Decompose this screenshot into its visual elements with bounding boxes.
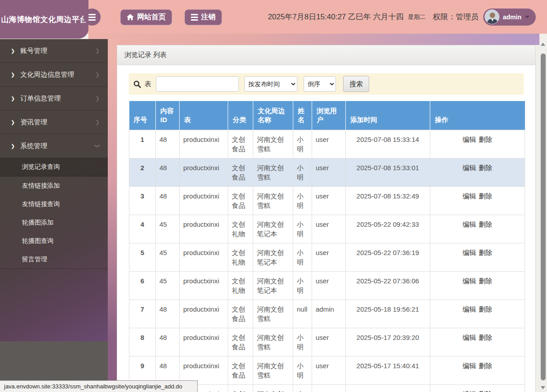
operations-cell: 编辑删除 xyxy=(430,272,525,300)
logout-button[interactable]: 注销 xyxy=(185,9,222,25)
table-cell: 河南文创雪糕 xyxy=(253,357,293,385)
table-cell: 文创食品 xyxy=(228,187,253,215)
table-cell: 小明 xyxy=(293,272,312,300)
table-cell: 文创食品 xyxy=(228,159,253,187)
sidebar-subitem-3[interactable]: 轮播图添加 xyxy=(0,213,108,232)
table-cell: 7 xyxy=(129,300,156,328)
scroll-up-arrow-icon[interactable] xyxy=(541,43,545,46)
column-header: 添加时间 xyxy=(346,101,430,130)
records-table: 序号内容ID表分类文化周边名称姓名浏览用户添加时间操作 148productxi… xyxy=(129,101,525,392)
user-menu[interactable]: admin xyxy=(483,9,536,26)
table-cell: 45 xyxy=(156,215,180,243)
sidebar-subitem-1[interactable]: 友情链接添加 xyxy=(0,176,108,195)
table-cell: user xyxy=(312,357,346,385)
sidebar-item-4[interactable]: ❯系统管理❯ xyxy=(0,134,108,158)
scroll-down-arrow-icon[interactable] xyxy=(541,386,545,389)
chevron-right-icon: ❯ xyxy=(95,48,100,54)
sidebar-item-1[interactable]: ❯文化周边信息管理❯ xyxy=(0,63,108,87)
delete-link[interactable]: 删除 xyxy=(479,334,492,341)
sidebar-item-0[interactable]: ❯账号管理❯ xyxy=(0,39,108,63)
edit-link[interactable]: 编辑 xyxy=(463,164,476,172)
edit-link[interactable]: 编辑 xyxy=(463,305,476,313)
table-cell: productxinxi xyxy=(180,187,228,215)
app-logo: 山海博物馆文化周边平台 xyxy=(0,0,88,39)
chevron-right-icon: ❯ xyxy=(95,95,100,101)
table-cell: user xyxy=(312,215,346,243)
table-cell: user xyxy=(312,385,346,392)
table-cell: user xyxy=(312,187,346,215)
table-cell: 小明 xyxy=(293,357,312,385)
table-cell: 文创礼物 xyxy=(228,272,253,300)
column-header: 文化周边名称 xyxy=(253,101,293,130)
table-cell: 48 xyxy=(156,300,180,328)
search-button[interactable]: 搜索 xyxy=(343,76,369,92)
operations-cell: 编辑删除 xyxy=(430,357,525,385)
sidebar-subitem-5[interactable]: 留言管理 xyxy=(0,250,108,269)
weekday-text: 星期二 xyxy=(408,13,426,21)
table-cell: 3 xyxy=(129,187,156,215)
table-row: 645productxinxi文创礼物河南文创笔记本小明user2025-05-… xyxy=(129,272,525,300)
operations-cell: 编辑删除 xyxy=(430,215,525,243)
delete-link[interactable]: 删除 xyxy=(479,164,492,172)
delete-link[interactable]: 删除 xyxy=(479,136,492,143)
table-cell: null xyxy=(293,300,312,328)
avatar xyxy=(485,9,499,24)
link-preview-statusbar: java.envdown.site:33333/ssm_shanhaibwgsi… xyxy=(0,380,198,392)
delete-link[interactable]: 删除 xyxy=(479,362,492,370)
table-row: 848productxinxi文创食品河南文创雪糕小明user2025-05-1… xyxy=(129,328,525,357)
delete-link[interactable]: 删除 xyxy=(479,192,492,200)
column-header: 姓名 xyxy=(293,101,312,130)
table-cell: productxinxi xyxy=(180,215,228,243)
sidebar-subitem-2[interactable]: 友情链接查询 xyxy=(0,195,108,213)
table-row: 748productxinxi文创食品河南文创雪糕nulladmin2025-0… xyxy=(129,300,525,328)
edit-link[interactable]: 编辑 xyxy=(463,334,476,341)
table-cell: 河南文创雪糕 xyxy=(253,159,293,187)
table-cell: 1 xyxy=(129,130,156,159)
delete-link[interactable]: 删除 xyxy=(479,277,492,285)
table-cell: 2025-05-17 15:40:29 xyxy=(346,385,430,392)
site-home-button[interactable]: 网站首页 xyxy=(120,9,172,25)
page-scrollbar[interactable] xyxy=(539,39,547,392)
sidebar-item-3[interactable]: ❯资讯管理❯ xyxy=(0,110,108,134)
scrollbar-thumb[interactable] xyxy=(541,53,546,380)
table-cell: productxinxi xyxy=(180,328,228,357)
sort-order-select[interactable]: 倒序 xyxy=(304,76,336,92)
delete-link[interactable]: 删除 xyxy=(479,305,492,313)
chevron-right-icon: ❯ xyxy=(11,143,15,149)
edit-link[interactable]: 编辑 xyxy=(463,249,476,256)
sidebar-item-2[interactable]: ❯订单信息管理❯ xyxy=(0,87,108,110)
table-cell: user xyxy=(312,272,346,300)
delete-link[interactable]: 删除 xyxy=(479,220,492,228)
table-cell: 2025-05-17 20:39:20 xyxy=(346,328,430,357)
home-icon xyxy=(127,14,134,21)
table-cell: 河南文创笔记本 xyxy=(253,272,293,300)
edit-link[interactable]: 编辑 xyxy=(463,220,476,228)
magnifier-icon xyxy=(133,80,141,88)
table-cell: productxinxi xyxy=(180,159,228,187)
operations-cell: 编辑删除 xyxy=(430,328,525,357)
sort-field-select[interactable]: 按发布时间 xyxy=(244,76,297,92)
operations-cell: 编辑删除 xyxy=(430,159,525,187)
search-bar: 表 按发布时间 倒序 搜索 xyxy=(129,73,524,95)
search-input[interactable] xyxy=(156,76,239,92)
edit-link[interactable]: 编辑 xyxy=(463,136,476,143)
sidebar-toggle-button[interactable] xyxy=(84,9,101,26)
edit-link[interactable]: 编辑 xyxy=(463,362,476,370)
sidebar-subitem-4[interactable]: 轮播图查询 xyxy=(0,232,108,250)
table-cell: 2025-07-08 15:33:01 xyxy=(346,159,430,187)
table-cell: 河南文创雪糕 xyxy=(253,300,293,328)
column-header: 浏览用户 xyxy=(312,101,346,130)
table-cell: 2025-05-22 09:42:33 xyxy=(346,215,430,243)
table-cell: 48 xyxy=(156,328,180,357)
table-cell: 6 xyxy=(129,272,156,300)
table-cell: 4 xyxy=(129,215,156,243)
delete-link[interactable]: 删除 xyxy=(479,390,492,392)
edit-link[interactable]: 编辑 xyxy=(463,277,476,285)
header-gradient-band xyxy=(88,34,539,45)
edit-link[interactable]: 编辑 xyxy=(463,192,476,200)
delete-link[interactable]: 删除 xyxy=(479,249,492,256)
sidebar-subitem-0[interactable]: 浏览记录查询 xyxy=(0,158,108,176)
edit-link[interactable]: 编辑 xyxy=(463,390,476,392)
chevron-right-icon: ❯ xyxy=(95,119,100,125)
table-cell: 2025-07-08 15:32:49 xyxy=(346,187,430,215)
